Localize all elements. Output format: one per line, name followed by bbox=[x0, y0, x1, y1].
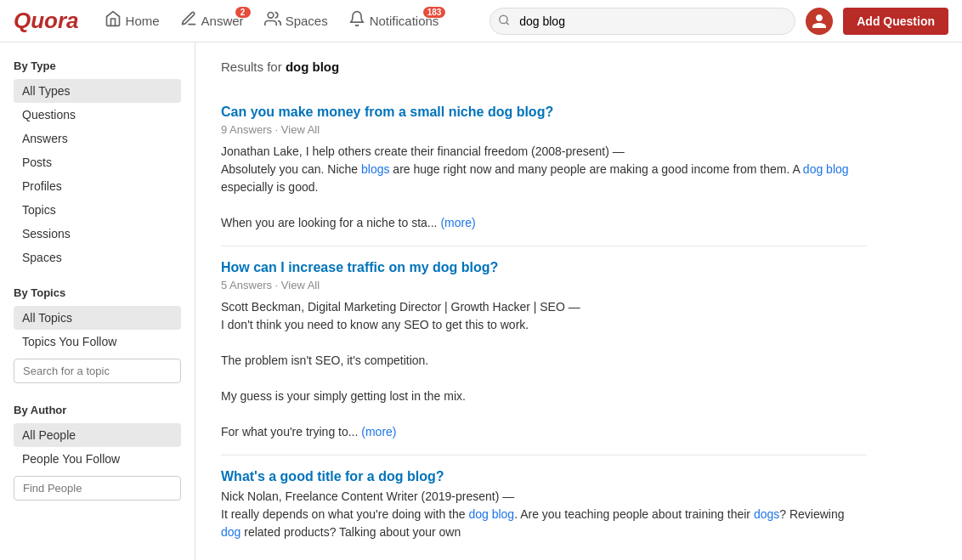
sidebar-item-all-people[interactable]: All People bbox=[14, 423, 181, 447]
sidebar-item-topics-you-follow[interactable]: Topics You Follow bbox=[14, 330, 181, 354]
result-2-separator: · bbox=[275, 279, 281, 291]
nav-home-label: Home bbox=[126, 14, 160, 28]
header: Quora Home Answer 2 Spaces Notification bbox=[0, 0, 962, 42]
topic-search-input[interactable] bbox=[14, 359, 181, 383]
result-3-title[interactable]: What's a good title for a dog blog? bbox=[221, 469, 867, 484]
author-filter-list: All People People You Follow bbox=[14, 423, 181, 471]
nav-answer[interactable]: Answer 2 bbox=[172, 5, 252, 37]
result-1-meta: 9 Answers · View All bbox=[221, 123, 867, 136]
by-topics-title: By Topics bbox=[14, 286, 181, 299]
nav-bar: Home Answer 2 Spaces Notifications 183 bbox=[96, 5, 448, 37]
sidebar-item-all-topics[interactable]: All Topics bbox=[14, 306, 181, 330]
sidebar-item-spaces[interactable]: Spaces bbox=[14, 246, 181, 269]
find-people-input[interactable] bbox=[14, 476, 181, 501]
search-query: dog blog bbox=[286, 59, 339, 74]
result-card-2: How can I increase traffic on my dog blo… bbox=[221, 246, 867, 455]
search-input[interactable] bbox=[489, 8, 795, 35]
type-filter-list: All Types Questions Answers Posts Profil… bbox=[14, 79, 181, 269]
add-question-button[interactable]: Add Question bbox=[843, 8, 948, 35]
results-header: Results for dog blog bbox=[221, 59, 867, 74]
svg-line-2 bbox=[506, 22, 509, 25]
svg-point-0 bbox=[268, 13, 274, 19]
search-bar bbox=[489, 8, 795, 35]
nav-spaces[interactable]: Spaces bbox=[256, 5, 337, 37]
result-1-answers: 9 Answers bbox=[221, 123, 272, 136]
answer-icon bbox=[180, 10, 197, 31]
home-icon bbox=[105, 10, 122, 31]
result-1-title[interactable]: Can you make money from a small niche do… bbox=[221, 105, 867, 120]
result-card-1: Can you make money from a small niche do… bbox=[221, 91, 867, 246]
sidebar-item-sessions[interactable]: Sessions bbox=[14, 222, 181, 246]
notifications-icon bbox=[348, 10, 365, 31]
result-3-link-dogs[interactable]: dogs bbox=[754, 507, 779, 521]
results-label: Results for bbox=[221, 59, 282, 74]
result-3-link-dog[interactable]: dog bbox=[221, 525, 240, 539]
result-3-snippet: Nick Nolan, Freelance Content Writer (20… bbox=[221, 488, 867, 541]
answer-badge: 2 bbox=[235, 7, 251, 18]
result-1-snippet: Jonathan Lake, I help others create thei… bbox=[221, 143, 867, 232]
sidebar-item-answers[interactable]: Answers bbox=[14, 127, 181, 150]
result-1-link-blogs[interactable]: blogs bbox=[361, 162, 389, 176]
spaces-icon bbox=[264, 10, 281, 31]
result-3-link-dog-blog[interactable]: dog blog bbox=[468, 507, 514, 521]
by-type-title: By Type bbox=[14, 59, 181, 72]
search-icon bbox=[498, 14, 510, 28]
sidebar-item-posts[interactable]: Posts bbox=[14, 150, 181, 174]
result-1-link-dog-blog[interactable]: dog blog bbox=[803, 162, 849, 176]
result-2-title[interactable]: How can I increase traffic on my dog blo… bbox=[221, 260, 867, 275]
result-2-more[interactable]: (more) bbox=[361, 425, 396, 438]
sidebar-item-questions[interactable]: Questions bbox=[14, 103, 181, 127]
result-card-3: What's a good title for a dog blog? Nick… bbox=[221, 455, 867, 555]
result-2-answers: 5 Answers bbox=[221, 279, 272, 291]
sidebar-item-profiles[interactable]: Profiles bbox=[14, 174, 181, 198]
result-2-snippet: Scott Beckman, Digital Marketing Directo… bbox=[221, 298, 867, 441]
result-1-more[interactable]: (more) bbox=[440, 216, 475, 229]
result-2-meta: 5 Answers · View All bbox=[221, 279, 867, 291]
sidebar-item-people-you-follow[interactable]: People You Follow bbox=[14, 447, 181, 471]
results-content: Results for dog blog Can you make money … bbox=[195, 42, 892, 560]
avatar[interactable] bbox=[806, 8, 833, 35]
sidebar-item-all-types[interactable]: All Types bbox=[14, 79, 181, 103]
logo[interactable]: Quora bbox=[14, 8, 79, 34]
result-2-view-all[interactable]: View All bbox=[281, 279, 320, 291]
topic-filter-list: All Topics Topics You Follow bbox=[14, 306, 181, 354]
by-author-title: By Author bbox=[14, 404, 181, 416]
result-1-separator: · bbox=[275, 123, 281, 136]
main-layout: By Type All Types Questions Answers Post… bbox=[0, 42, 962, 560]
sidebar-item-topics[interactable]: Topics bbox=[14, 198, 181, 222]
nav-notifications[interactable]: Notifications 183 bbox=[340, 5, 448, 37]
sidebar: By Type All Types Questions Answers Post… bbox=[0, 42, 195, 560]
result-1-view-all[interactable]: View All bbox=[281, 123, 320, 136]
nav-home[interactable]: Home bbox=[96, 5, 168, 37]
notifications-badge: 183 bbox=[423, 7, 446, 18]
nav-spaces-label: Spaces bbox=[286, 14, 328, 28]
